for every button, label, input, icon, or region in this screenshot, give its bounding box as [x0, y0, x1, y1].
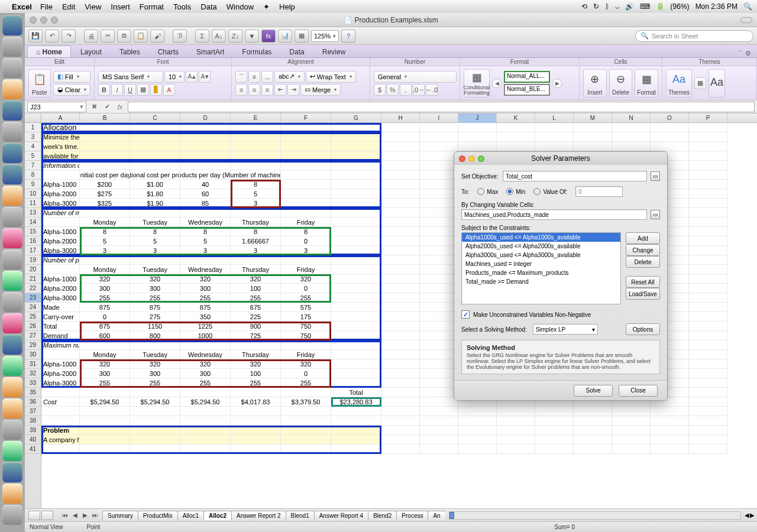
sync-icon[interactable]: ⟲	[581, 2, 587, 11]
menu-view[interactable]: View	[85, 2, 101, 11]
bluetooth-icon[interactable]: ᛒ	[605, 2, 609, 11]
wifi-icon[interactable]: ⌵	[615, 2, 619, 11]
menu-file[interactable]: File	[40, 2, 53, 11]
menu-help[interactable]: Help	[279, 2, 295, 11]
spotlight-icon[interactable]: 🔍	[743, 2, 752, 11]
script-menu-icon[interactable]: ✦	[263, 2, 270, 11]
menu-tools[interactable]: Tools	[173, 2, 191, 11]
timemachine-icon[interactable]: ↻	[593, 2, 599, 11]
mac-menubar: Excel File Edit View Insert Format Tools…	[0, 0, 757, 13]
menu-format[interactable]: Format	[140, 2, 164, 11]
input-icon[interactable]: ⌨	[640, 2, 650, 11]
volume-icon[interactable]: 🔊	[625, 2, 634, 11]
menu-insert[interactable]: Insert	[111, 2, 130, 11]
clock[interactable]: Mon 2:36 PM	[695, 2, 737, 11]
app-name[interactable]: Excel	[12, 2, 32, 11]
menu-data[interactable]: Data	[200, 2, 216, 11]
menu-window[interactable]: Window	[227, 2, 254, 11]
menu-edit[interactable]: Edit	[62, 2, 75, 11]
battery-pct: (96%)	[671, 2, 690, 11]
battery-icon[interactable]: 🔋	[656, 2, 665, 11]
